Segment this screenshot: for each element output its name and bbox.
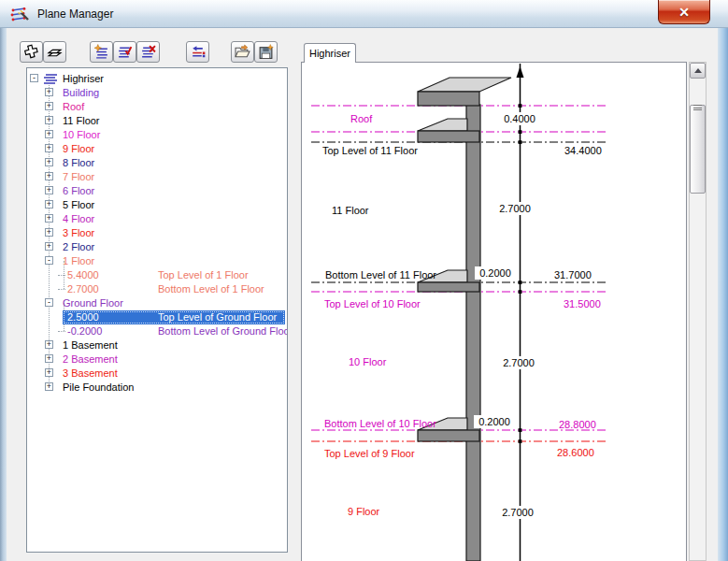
tree-item-label: 4 Floor bbox=[63, 212, 94, 226]
tree-item-roof[interactable]: + Roof bbox=[27, 100, 287, 114]
tree-item-label: 7 Floor bbox=[63, 170, 94, 184]
plane-list-button[interactable] bbox=[186, 41, 209, 63]
level-marker bbox=[519, 280, 522, 284]
tree-expander[interactable]: + bbox=[45, 158, 53, 166]
diagram-elev-top-9: 28.6000 bbox=[557, 447, 594, 458]
floor-slab-front bbox=[418, 282, 479, 292]
tree-item-11-floor[interactable]: + 11 Floor bbox=[27, 114, 287, 128]
plane-manager-window: Plane Manager ✕ bbox=[0, 0, 728, 561]
level-marker bbox=[519, 104, 522, 108]
level-value: 2.5000 bbox=[67, 310, 99, 324]
level-description: Top Level of Ground Floor bbox=[158, 310, 277, 324]
elevation-diagram: Roof 0.4000 Top Level of 11 Floor 34.400… bbox=[302, 64, 685, 561]
tree-expander[interactable]: - bbox=[30, 74, 38, 82]
save-button[interactable] bbox=[254, 41, 278, 63]
window-frame-right bbox=[718, 28, 728, 561]
tree-item-label: Ground Floor bbox=[63, 296, 123, 310]
level-marker bbox=[519, 439, 522, 443]
tree-item-3-basement[interactable]: + 3 Basement bbox=[27, 367, 287, 381]
tree-expander[interactable]: + bbox=[45, 116, 53, 124]
tree-item-10-floor[interactable]: + 10 Floor bbox=[27, 128, 287, 142]
tab-highriser[interactable]: Highriser bbox=[304, 43, 356, 63]
tree-expander[interactable]: - bbox=[45, 298, 53, 307]
tree-item-pile-foundation[interactable]: + Pile Foundation bbox=[27, 381, 287, 395]
add-plane-button[interactable] bbox=[20, 41, 43, 63]
tree-item-2-basement[interactable]: + 2 Basement bbox=[27, 352, 287, 367]
tree-item-label: Building bbox=[63, 86, 99, 100]
tree-item-9-floor[interactable]: + 9 Floor bbox=[27, 142, 287, 156]
tree-expander[interactable]: + bbox=[45, 368, 53, 377]
wall-column bbox=[466, 105, 480, 561]
tree-expander[interactable]: + bbox=[45, 172, 53, 180]
window-frame-left bbox=[0, 28, 7, 561]
edit-plane-button[interactable] bbox=[113, 41, 136, 63]
tree-item-label: 1 Floor bbox=[63, 254, 94, 268]
flatten-plane-button[interactable] bbox=[43, 41, 66, 63]
tree-item-8-floor[interactable]: + 8 Floor bbox=[27, 156, 287, 170]
tree-item-label: Roof bbox=[63, 100, 84, 114]
dimension-arrow-icon bbox=[517, 66, 524, 78]
diagram-dim-10-floor: 2.7000 bbox=[503, 357, 535, 368]
tree-item-highriser[interactable]: - Highriser bbox=[27, 72, 287, 86]
diagram-dim-slab-10: 0.2000 bbox=[478, 416, 510, 427]
level-value: -0.2000 bbox=[67, 324, 102, 338]
tree-item-label: Pile Foundation bbox=[63, 381, 134, 395]
tree-level-row[interactable]: 2.7000 Bottom Level of 1 Floor bbox=[27, 282, 287, 296]
close-button[interactable]: ✕ bbox=[658, 0, 710, 24]
tree-expander[interactable]: + bbox=[45, 200, 53, 209]
open-button[interactable] bbox=[231, 41, 254, 63]
diagram-label-9-floor: 9 Floor bbox=[348, 506, 380, 517]
tree-expander[interactable]: + bbox=[45, 354, 53, 363]
tree-expander[interactable]: + bbox=[45, 186, 53, 194]
tree-item-6-floor[interactable]: + 6 Floor bbox=[27, 184, 287, 198]
tree-level-row[interactable]: -0.2000 Bottom Level of Ground Floor bbox=[27, 324, 287, 338]
tree-item-7-floor[interactable]: + 7 Floor bbox=[27, 170, 287, 184]
tree-expander[interactable]: + bbox=[45, 340, 53, 349]
tree-item-3-floor[interactable]: + 3 Floor bbox=[27, 226, 287, 240]
floor-slab-front bbox=[418, 430, 479, 441]
tree-expander[interactable]: - bbox=[45, 256, 53, 265]
diagram-label-11-floor: 11 Floor bbox=[332, 205, 369, 216]
tree-item-2-floor[interactable]: + 2 Floor bbox=[27, 240, 287, 254]
tree-item-ground-floor[interactable]: - Ground Floor bbox=[27, 296, 287, 310]
tree-connector bbox=[58, 275, 65, 276]
tree-level-row-selected[interactable]: 2.5000 Top Level of Ground Floor bbox=[27, 310, 287, 324]
tree-item-4-floor[interactable]: + 4 Floor bbox=[27, 212, 287, 226]
tree-expander[interactable]: + bbox=[45, 382, 53, 391]
level-marker bbox=[519, 130, 522, 134]
plane-tree[interactable]: - Highriser + Building + Roof + 11 Floor… bbox=[26, 67, 288, 553]
diagram-elev-bottom-11: 31.7000 bbox=[554, 269, 592, 280]
tree-expander[interactable]: + bbox=[45, 88, 53, 96]
scrollbar-grip-icon bbox=[693, 105, 702, 110]
diagram-elev-top-10: 31.5000 bbox=[564, 298, 601, 309]
scroll-up-button[interactable] bbox=[690, 63, 706, 79]
tree-expander[interactable]: + bbox=[45, 144, 53, 152]
tree-expander[interactable]: + bbox=[45, 102, 53, 110]
tree-item-building[interactable]: + Building bbox=[27, 86, 287, 100]
tree-level-row[interactable]: 5.4000 Top Level of 1 Floor bbox=[27, 268, 287, 282]
diagram-elev-top-11: 34.4000 bbox=[564, 145, 602, 156]
tree-item-1-basement[interactable]: + 1 Basement bbox=[27, 338, 287, 352]
level-description: Bottom Level of Ground Floor bbox=[158, 324, 288, 338]
new-plane-button[interactable] bbox=[90, 41, 113, 63]
tree-item-label: 6 Floor bbox=[63, 184, 94, 198]
tree-item-label: 8 Floor bbox=[63, 156, 94, 170]
tree-expander[interactable]: + bbox=[45, 130, 53, 138]
delete-plane-list-icon bbox=[140, 44, 156, 60]
diagram-dim-roof-thickness: 0.4000 bbox=[504, 113, 535, 124]
diagram-scrollbar[interactable] bbox=[689, 62, 707, 561]
tree-expander[interactable]: + bbox=[45, 228, 53, 237]
tree-item-label: 11 Floor bbox=[63, 114, 100, 128]
scrollbar-thumb[interactable] bbox=[690, 105, 706, 194]
tree-item-1-floor[interactable]: - 1 Floor bbox=[27, 254, 287, 268]
diagram-dim-11-floor: 2.7000 bbox=[499, 203, 531, 214]
tree-expander[interactable]: + bbox=[45, 242, 53, 251]
delete-plane-button[interactable] bbox=[136, 41, 160, 63]
tree-expander[interactable]: + bbox=[45, 214, 53, 223]
tree-item-5-floor[interactable]: + 5 Floor bbox=[27, 198, 287, 212]
title-bar[interactable]: Plane Manager ✕ bbox=[0, 0, 728, 28]
tree-item-label: 3 Floor bbox=[63, 226, 94, 240]
roof-slab-top bbox=[418, 78, 511, 92]
level-value: 5.4000 bbox=[67, 268, 99, 282]
plane-manager-icon bbox=[9, 4, 30, 24]
